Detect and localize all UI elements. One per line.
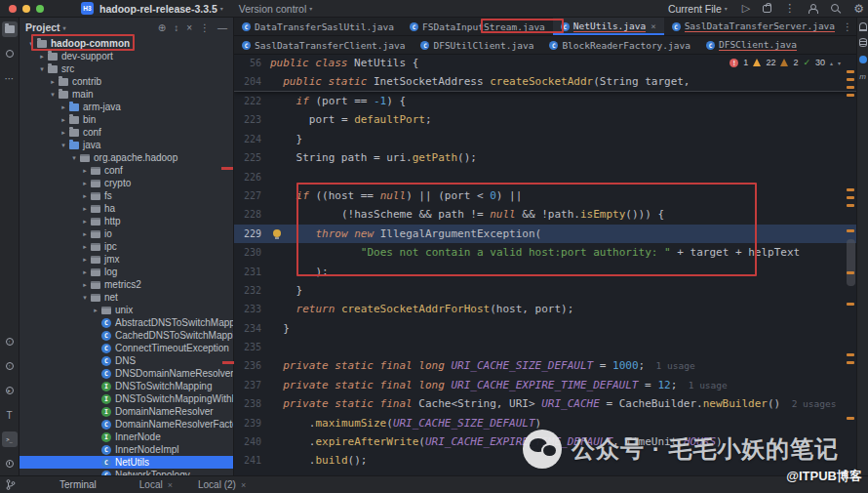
- terminal-tab[interactable]: Terminal: [59, 479, 97, 490]
- code-line-227[interactable]: 227if ((host == null) || (port < 0) ||: [234, 186, 856, 205]
- line-number[interactable]: 235: [234, 338, 261, 356]
- tree-item-unix[interactable]: ▸unix: [20, 304, 233, 316]
- maximize-window-button[interactable]: [36, 5, 44, 13]
- tree-item-log[interactable]: ▸log: [20, 266, 233, 278]
- close-tab-icon[interactable]: ×: [651, 21, 655, 31]
- tree-item-src[interactable]: ▾src: [20, 62, 233, 75]
- services-icon[interactable]: [763, 5, 771, 13]
- code-line-238[interactable]: 238private static final Cache<String, UR…: [234, 394, 856, 413]
- tree-item-org.apache.hadoop[interactable]: ▾org.apache.hadoop: [20, 151, 233, 164]
- terminal-tool-button[interactable]: >_: [2, 431, 18, 447]
- code-line-225[interactable]: 225String path = uri.getPath();: [234, 148, 856, 167]
- line-number[interactable]: 224: [234, 130, 261, 148]
- build-tool-button[interactable]: ↑: [2, 334, 18, 349]
- project-tool-button[interactable]: [2, 21, 18, 37]
- code-line-233[interactable]: 233return createSocketAddrForHost(host, …: [234, 300, 856, 318]
- tree-item-io[interactable]: ▸io: [20, 227, 233, 240]
- line-number[interactable]: 240: [234, 432, 261, 451]
- database-icon[interactable]: [859, 38, 867, 47]
- line-number[interactable]: 222: [234, 92, 261, 110]
- tree-item-InnerNode[interactable]: IInnerNode: [20, 431, 233, 443]
- code-line-235[interactable]: 235: [234, 338, 856, 356]
- commit-tool-button[interactable]: [2, 46, 18, 62]
- tab-BlockReaderFactory.java[interactable]: CBlockReaderFactory.java: [541, 36, 698, 54]
- intention-bulb-icon[interactable]: [273, 229, 281, 237]
- run-configuration-selector[interactable]: Current File▾: [668, 3, 728, 15]
- tab-NetUtils.java[interactable]: CNetUtils.java×: [553, 18, 664, 35]
- tree-item-bin[interactable]: ▸bin: [20, 113, 233, 126]
- todo-tool-button[interactable]: T: [2, 407, 18, 423]
- terminal-session-local[interactable]: Local×: [139, 479, 173, 490]
- panel-more-icon[interactable]: ⋮: [200, 22, 210, 33]
- line-number[interactable]: 229: [234, 225, 261, 243]
- code-line-229[interactable]: 229throw new IllegalArgumentException(: [234, 225, 856, 243]
- close-icon[interactable]: ×: [168, 480, 173, 490]
- search-icon[interactable]: [831, 4, 841, 14]
- more-actions-icon[interactable]: ⋮: [784, 3, 795, 14]
- code-line-224[interactable]: 224}: [234, 130, 856, 148]
- locate-file-icon[interactable]: ⊕: [158, 22, 166, 33]
- add-user-icon[interactable]: [808, 4, 818, 14]
- tab-SaslDataTransferServer.java[interactable]: CSaslDataTransferServer.java: [664, 18, 843, 35]
- code-line-241[interactable]: 241.build();: [234, 451, 856, 470]
- terminal-session-local-2[interactable]: Local (2)×: [198, 479, 246, 490]
- code-line-236[interactable]: 236private static final long URI_CACHE_S…: [234, 356, 856, 375]
- tree-item-arm-java[interactable]: ▸arm-java: [20, 101, 233, 113]
- tree-item-metrics2[interactable]: ▸metrics2: [20, 278, 233, 291]
- version-control-menu[interactable]: Version control▾: [239, 3, 312, 15]
- tree-item-DNS[interactable]: CDNS: [20, 354, 233, 367]
- code-area[interactable]: 56public class NetUtils {204public stati…: [234, 55, 856, 475]
- tree-item-java[interactable]: ▾java: [20, 139, 233, 151]
- tree-item-DNSToSwitchMappingWithDe[interactable]: IDNSToSwitchMappingWithDe: [20, 392, 233, 405]
- line-number[interactable]: 228: [234, 205, 261, 224]
- tree-item-AbstractDNSToSwitchMappi[interactable]: CAbstractDNSToSwitchMappi: [20, 316, 233, 329]
- line-number[interactable]: 226: [234, 168, 261, 186]
- line-number[interactable]: 56: [234, 55, 261, 73]
- error-stripe[interactable]: [845, 55, 856, 475]
- tab-FSDataInputStream.java[interactable]: CFSDataInputStream.java: [402, 18, 553, 35]
- tree-item-DNSDomainNameResolver[interactable]: CDNSDomainNameResolver: [20, 367, 233, 380]
- inspections-widget[interactable]: !1 22 2 ✓30 ▴ ▾: [730, 58, 841, 67]
- tree-item-DomainNameResolverFactor[interactable]: CDomainNameResolverFactor: [20, 418, 233, 431]
- tree-item-main[interactable]: ▾main: [20, 88, 233, 101]
- tree-item-conf[interactable]: ▸conf: [20, 126, 233, 139]
- line-number[interactable]: 227: [234, 186, 261, 205]
- code-line-231[interactable]: 231);: [234, 263, 856, 281]
- run-tool-button[interactable]: ▸: [2, 383, 18, 398]
- tab-SaslDataTransferClient.java[interactable]: CSaslDataTransferClient.java: [234, 36, 413, 54]
- tree-item-jmx[interactable]: ▸jmx: [20, 253, 233, 266]
- code-line-223[interactable]: 223port = defaultPort;: [234, 110, 856, 129]
- tab-DataTransferSaslUtil.java[interactable]: CDataTransferSaslUtil.java: [234, 18, 402, 35]
- line-number[interactable]: 238: [234, 394, 261, 413]
- code-line-239[interactable]: 239.maximumSize(URI_CACHE_SIZE_DEFAULT): [234, 414, 856, 432]
- tree-item-DNSToSwitchMapping[interactable]: IDNSToSwitchMapping: [20, 380, 233, 392]
- tree-item-InnerNodeImpl[interactable]: CInnerNodeImpl: [20, 443, 233, 456]
- tab-list-more-icon[interactable]: ⋮: [843, 21, 858, 32]
- tree-item-ha[interactable]: ▸ha: [20, 202, 233, 215]
- minimize-window-button[interactable]: [22, 5, 30, 13]
- sync-tool-button[interactable]: ↑: [2, 358, 18, 374]
- line-number[interactable]: 223: [234, 110, 261, 129]
- next-problem-icon[interactable]: ▾: [838, 60, 841, 66]
- expand-collapse-icon[interactable]: ↕: [174, 22, 178, 33]
- line-number[interactable]: 204: [234, 73, 261, 92]
- line-number[interactable]: 225: [234, 148, 261, 167]
- line-number[interactable]: 236: [234, 356, 261, 375]
- tree-item-ipc[interactable]: ▸ipc: [20, 240, 233, 253]
- collapse-all-icon[interactable]: ×: [186, 22, 192, 33]
- tab-DFSClient.java[interactable]: CDFSClient.java: [698, 36, 805, 54]
- code-line-222[interactable]: 222if (port == -1) {: [234, 92, 856, 110]
- prev-problem-icon[interactable]: ▴: [830, 60, 833, 66]
- line-number[interactable]: 233: [234, 300, 261, 318]
- code-line-226[interactable]: 226: [234, 168, 856, 186]
- tree-item-hadoop-common[interactable]: ▾hadoop-common: [20, 37, 233, 50]
- tree-item-NetUtils[interactable]: CNetUtils: [20, 456, 233, 469]
- tree-item-NetworkTopology[interactable]: CNetworkTopology: [20, 469, 233, 475]
- line-number[interactable]: 239: [234, 414, 261, 432]
- tree-item-conf[interactable]: ▸conf: [20, 164, 233, 177]
- close-icon[interactable]: ×: [241, 480, 246, 490]
- run-button[interactable]: ▷: [742, 3, 750, 14]
- line-number[interactable]: 231: [234, 263, 261, 281]
- hide-panel-icon[interactable]: —: [217, 22, 227, 33]
- tree-item-CachedDNSToSwitchMapping[interactable]: CCachedDNSToSwitchMapping: [20, 329, 233, 342]
